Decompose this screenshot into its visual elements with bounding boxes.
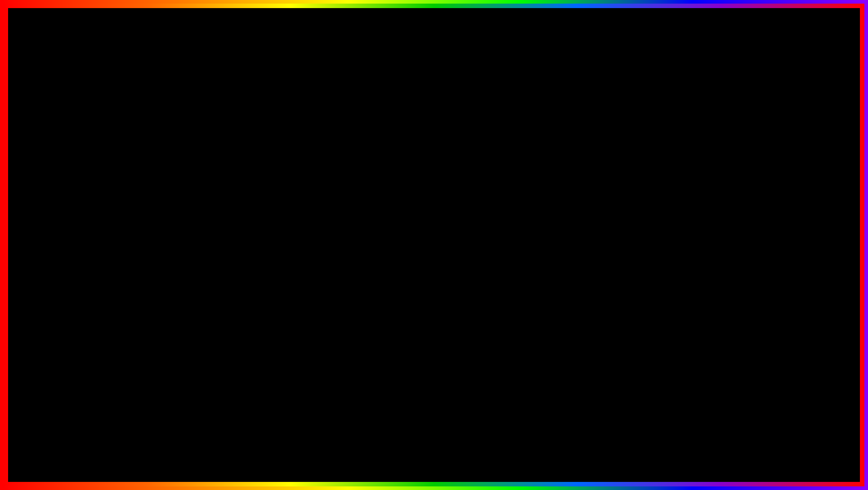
svg-point-31 (718, 355, 722, 358)
gui-titlebar: Hirimi Hub − ✕ (270, 144, 524, 160)
svg-point-30 (736, 354, 745, 363)
item-icon: ◎ (274, 207, 281, 213)
sidebar-item-setting[interactable]: ⚙ Setting (270, 189, 321, 203)
sidebar-item-teleport[interactable]: ⟡ Teleport (270, 216, 321, 230)
sidebar-label-setting: Setting (283, 193, 300, 199)
setting-icon: ⚙ (274, 193, 281, 199)
screenshot-card-2 (83, 350, 158, 403)
minimize-button[interactable]: − (499, 147, 507, 156)
svg-marker-21 (711, 316, 718, 327)
gui-body: ⚡ Developer ◯ Main ⚙ Setting ◎ Item ⟡ (270, 160, 524, 289)
label-farm-mastery-fruit: Farm Mastery Fruit (330, 202, 379, 209)
checkbox-farm-level[interactable]: ✓ (507, 167, 516, 176)
sidebar-label-teleport: Teleport (283, 220, 303, 226)
svg-point-7 (554, 141, 572, 163)
row-farm-mastery-gun[interactable]: Farm Mastery Gun (325, 214, 521, 227)
sidebar-item-item[interactable]: ◎ Item (270, 203, 321, 216)
sidebar-label-sky: Sky (283, 275, 292, 281)
teleport-icon: ⟡ (274, 220, 281, 226)
left-line-4: HYPER NEW (40, 239, 193, 269)
bottom-text-bar: UPDATE 20 SCRIPT PASTEBIN (4, 427, 864, 473)
row-farm-level[interactable]: Farm Level ✓ (325, 163, 521, 179)
sidebar-item-racev4[interactable]: ✿ Race V4 (270, 243, 321, 257)
racev4-icon: ✿ (274, 247, 281, 253)
title-x: X (380, 13, 428, 95)
raid-icon: ⚔ (274, 261, 281, 267)
sidebar-item-developer[interactable]: ⚡ Developer (270, 162, 321, 176)
svg-point-29 (714, 354, 723, 363)
left-line-1: HIRIMI (40, 147, 193, 178)
gui-sidebar: ⚡ Developer ◯ Main ⚙ Setting ◎ Item ⟡ (270, 160, 322, 289)
sidebar-item-main[interactable]: ◯ Main (270, 176, 321, 189)
label-farm-nearest: Farm Nearest (330, 186, 365, 192)
svg-point-44 (801, 383, 805, 386)
sky-icon: 👤 (274, 274, 281, 282)
gui-window: Hirimi Hub − ✕ ⚡ Developer ◯ Main ⚙ (269, 143, 525, 290)
title-blox: BLOX (187, 13, 377, 95)
label-farm-mastery-gun: Farm Mastery Gun (330, 217, 378, 224)
title-container: BLOX X FRUITS (4, 13, 864, 95)
row-select-farm-mastery-sword[interactable]: Select Farm Mastery Sword (325, 244, 521, 258)
sidebar-item-setposition[interactable]: ✦ Set Position (270, 230, 321, 243)
label-select-farm-mastery-sword: Select Farm Mastery Sword (330, 248, 402, 254)
sidebar-label-main: Main (283, 179, 295, 186)
bottom-pastebin: PASTEBIN (525, 427, 727, 473)
checkbox-farm-nearest[interactable] (507, 184, 516, 193)
gui-title: Hirimi Hub (275, 148, 307, 155)
svg-point-8 (581, 141, 599, 163)
row-farm-mastery-fruit[interactable]: Farm Mastery Fruit (325, 198, 521, 212)
label-farm-all-sword-600: Farm All Sword 600 Mastery (330, 263, 403, 270)
left-line-3: HYPER (40, 208, 193, 239)
outer-border: BLOX X FRUITS HIRIMI HIRIMI X HYPER HYPE… (0, 0, 868, 490)
title-fruits: FRUITS (430, 13, 681, 95)
sidebar-label-raid: Raid (283, 260, 295, 267)
main-icon: ◯ (274, 180, 281, 186)
gui-controls: − ✕ (499, 147, 519, 156)
label-farm-all-sword: Farm All Sword (330, 232, 369, 239)
row-farm-all-sword[interactable]: Farm All Sword (325, 229, 521, 243)
sidebar-item-raid[interactable]: ⚔ Raid (270, 257, 321, 270)
bottom-update: UPDATE (141, 427, 304, 473)
svg-point-45 (812, 383, 816, 386)
sidebar-label-developer: Developer (283, 166, 308, 172)
svg-point-6 (536, 116, 617, 206)
sidebar-label-setposition: Set Position (283, 233, 312, 240)
row-farm-all-sword-600[interactable]: Farm All Sword 600 Mastery (325, 259, 521, 273)
developer-icon: ⚡ (274, 166, 281, 172)
close-button[interactable]: ✕ (511, 147, 519, 156)
row-farm-nearest[interactable]: Farm Nearest (325, 181, 521, 197)
bottom-number: 20 (313, 427, 358, 473)
svg-marker-24 (743, 320, 747, 327)
svg-point-32 (741, 355, 744, 358)
left-line-2: HIRIMI X (40, 178, 193, 209)
gui-content: Farm Level ✓ Farm Nearest Farm Mastery F… (322, 160, 524, 289)
left-text-block: HIRIMI HIRIMI X HYPER HYPER NEW (40, 147, 193, 269)
bottom-script: SCRIPT (368, 427, 516, 473)
sidebar-label-racev4: Race V4 (283, 247, 304, 253)
setposition-icon: ✦ (274, 234, 281, 240)
sidebar-item-sky[interactable]: 👤 Sky (270, 270, 321, 286)
sidebar-label-item: Item (283, 206, 294, 213)
svg-rect-20 (709, 327, 750, 336)
label-farm-level: Farm Level (330, 168, 359, 175)
